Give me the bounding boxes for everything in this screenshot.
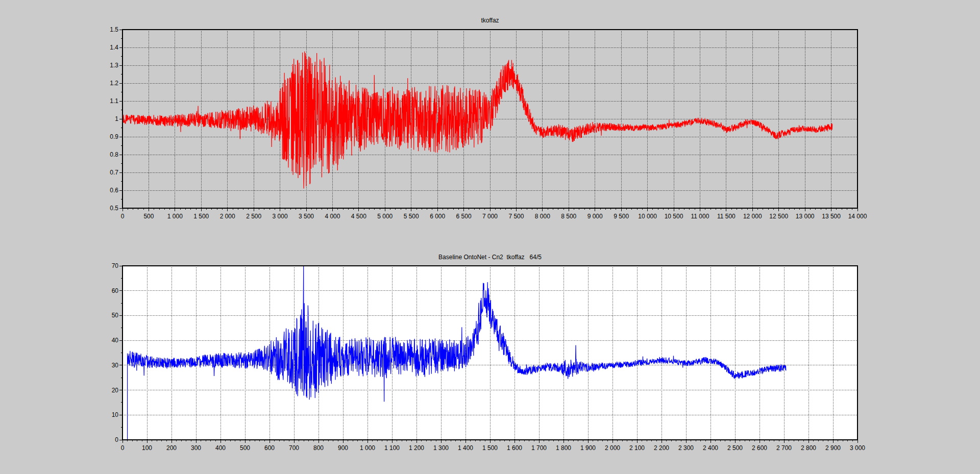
y-tick-label: 20 xyxy=(112,387,119,394)
x-tick-label: 2 000 xyxy=(220,213,235,220)
x-tick-label: 1 000 xyxy=(167,213,183,220)
x-tick-label: 2 800 xyxy=(801,444,816,452)
y-tick-label: 60 xyxy=(112,287,119,294)
x-tick-label: 100 xyxy=(142,444,152,452)
x-tick-label: 4 000 xyxy=(325,213,340,220)
x-tick-label: 1 900 xyxy=(580,444,596,452)
x-tick-label: 1 200 xyxy=(409,444,424,452)
x-tick-label: 13 500 xyxy=(822,213,841,220)
x-tick-label: 1 400 xyxy=(458,444,473,452)
y-tick-label: 0.8 xyxy=(110,151,118,158)
x-tick-label: 900 xyxy=(338,444,348,452)
y-tick-label: 0 xyxy=(115,436,118,443)
x-tick-label: 1 700 xyxy=(531,444,547,452)
x-tick-label: 2 200 xyxy=(654,444,669,452)
x-tick-label: 11 500 xyxy=(717,213,736,220)
x-tick-label: 500 xyxy=(143,213,154,220)
x-tick-label: 4 500 xyxy=(351,213,366,220)
x-tick-label: 11 000 xyxy=(691,213,709,220)
x-tick-label: 14 000 xyxy=(848,213,867,220)
x-tick-label: 2 100 xyxy=(629,444,645,452)
x-tick-label: 2 300 xyxy=(678,444,694,452)
x-tick-label: 0 xyxy=(121,444,125,452)
y-tick-label: 0.7 xyxy=(110,169,118,176)
x-tick-label: 9 500 xyxy=(614,213,629,220)
y-tick-label: 0.6 xyxy=(110,187,118,194)
y-tick-label: 1.2 xyxy=(110,80,118,87)
x-tick-label: 2 500 xyxy=(246,213,261,220)
y-tick-label: 1.4 xyxy=(110,44,118,51)
y-tick-label: 0.9 xyxy=(110,133,118,140)
x-tick-label: 5 500 xyxy=(404,213,419,220)
x-tick-label: 600 xyxy=(264,444,275,452)
x-tick-label: 1 000 xyxy=(360,444,375,452)
x-tick-label: 13 000 xyxy=(796,213,815,220)
x-tick-label: 700 xyxy=(289,444,299,452)
x-tick-label: 7 500 xyxy=(508,213,524,220)
x-tick-label: 9 000 xyxy=(587,213,603,220)
y-tick-label: 0.5 xyxy=(110,205,118,212)
x-tick-label: 2 500 xyxy=(727,444,743,452)
x-tick-label: 12 000 xyxy=(743,213,762,220)
x-tick-label: 12 500 xyxy=(769,213,788,220)
x-tick-label: 3 500 xyxy=(299,213,314,220)
x-tick-label: 1 600 xyxy=(507,444,522,452)
x-tick-label: 5 000 xyxy=(377,213,393,220)
y-tick-label: 70 xyxy=(112,262,119,269)
x-tick-label: 300 xyxy=(191,444,201,452)
top-chart-canvas: 05001 0001 5002 0002 5003 0003 5004 0004… xyxy=(87,13,898,232)
x-tick-label: 1 500 xyxy=(193,213,209,220)
x-tick-label: 400 xyxy=(215,444,226,452)
x-tick-label: 500 xyxy=(240,444,250,452)
x-tick-label: 2 400 xyxy=(703,444,718,452)
x-tick-label: 2 900 xyxy=(825,444,841,452)
x-tick-label: 2 700 xyxy=(776,444,792,452)
x-tick-label: 8 500 xyxy=(561,213,576,220)
x-tick-label: 200 xyxy=(166,444,177,452)
y-tick-label: 1.5 xyxy=(110,26,118,33)
x-tick-label: 0 xyxy=(121,213,125,220)
y-tick-label: 1.3 xyxy=(110,62,118,69)
bottom-chart-canvas: 01002003004005006007008009001 0001 1001 … xyxy=(87,250,898,464)
x-tick-label: 3 000 xyxy=(850,444,865,452)
x-tick-label: 800 xyxy=(313,444,324,452)
x-tick-label: 1 800 xyxy=(556,444,571,452)
x-tick-label: 10 500 xyxy=(665,213,683,220)
x-tick-label: 8 000 xyxy=(535,213,550,220)
y-tick-label: 30 xyxy=(112,362,119,369)
y-tick-label: 1 xyxy=(115,115,118,122)
y-tick-label: 1.1 xyxy=(110,97,118,105)
x-tick-label: 7 000 xyxy=(482,213,498,220)
x-tick-label: 6 000 xyxy=(430,213,445,220)
x-tick-label: 1 100 xyxy=(384,444,400,452)
figure-canvas: tkoffaz 05001 0001 5002 0002 5003 0003 5… xyxy=(0,0,980,474)
x-tick-label: 1 300 xyxy=(433,444,449,452)
y-tick-label: 40 xyxy=(112,337,119,344)
x-tick-label: 2 000 xyxy=(605,444,620,452)
x-tick-label: 2 600 xyxy=(752,444,767,452)
x-tick-label: 6 500 xyxy=(456,213,472,220)
x-tick-label: 10 000 xyxy=(638,213,657,220)
y-tick-label: 50 xyxy=(112,312,119,319)
x-tick-label: 3 000 xyxy=(273,213,288,220)
y-tick-label: 10 xyxy=(112,411,119,418)
x-tick-label: 1 500 xyxy=(482,444,498,452)
